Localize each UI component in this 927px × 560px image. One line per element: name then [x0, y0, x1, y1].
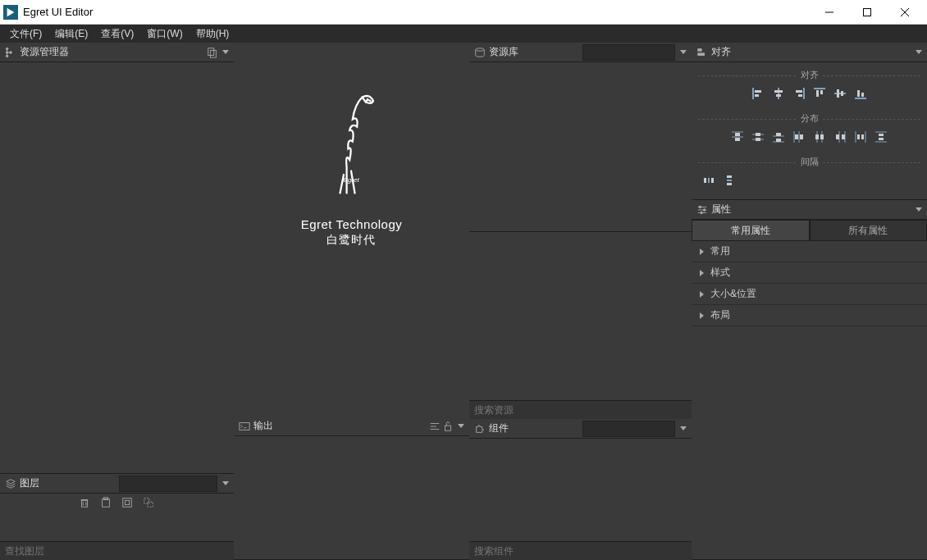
- distribute-label: 分布: [698, 112, 920, 125]
- prop-group-layout[interactable]: 布局: [692, 305, 927, 326]
- menu-window[interactable]: 窗口(W): [140, 25, 189, 43]
- main-area: 资源管理器 图层: [0, 43, 927, 560]
- svg-rect-10: [208, 48, 214, 55]
- properties-panel: 属性 常用属性 所有属性 常用 样式 大小&位置 布局: [692, 200, 927, 560]
- align-top-icon[interactable]: [812, 86, 827, 101]
- layers-toolbar: [0, 494, 234, 513]
- library-body-bottom: [469, 232, 692, 402]
- menu-view[interactable]: 查看(V): [94, 25, 140, 43]
- distribute-vcenter-icon[interactable]: [751, 130, 765, 144]
- layers-panel: 图层: [0, 474, 234, 560]
- window-controls: [811, 0, 924, 25]
- svg-rect-64: [800, 134, 803, 139]
- tab-common-props[interactable]: 常用属性: [692, 220, 810, 241]
- layers-panel-header[interactable]: 图层: [0, 474, 234, 494]
- delete-icon[interactable]: [79, 497, 92, 510]
- components-panel-header[interactable]: 组件: [469, 419, 692, 439]
- dropdown-icon[interactable]: [222, 481, 229, 485]
- canvas-area[interactable]: Egret Egret Technology 白鹭时代: [234, 43, 469, 417]
- distribute-h-icon[interactable]: [853, 130, 868, 144]
- clipboard-icon[interactable]: [100, 497, 113, 510]
- distribute-top-icon[interactable]: [730, 130, 745, 144]
- layers-body: [0, 513, 234, 542]
- svg-rect-59: [776, 133, 781, 136]
- dropdown-icon[interactable]: [222, 50, 229, 54]
- svg-rect-67: [815, 134, 819, 139]
- components-search-input[interactable]: [469, 542, 692, 560]
- svg-point-28: [476, 48, 485, 51]
- menu-edit[interactable]: 编辑(E): [48, 25, 94, 43]
- distribute-right-icon[interactable]: [833, 130, 847, 144]
- svg-rect-33: [755, 94, 759, 97]
- align-center-h-icon[interactable]: [771, 86, 786, 101]
- distribute-v-icon[interactable]: [874, 130, 888, 144]
- svg-rect-83: [711, 178, 714, 183]
- app-title: Egret UI Editor: [23, 6, 811, 18]
- distribute-bottom-icon[interactable]: [771, 130, 786, 144]
- layers-dropdown[interactable]: [119, 476, 218, 492]
- svg-rect-11: [210, 50, 216, 57]
- prop-group-style[interactable]: 样式: [692, 262, 927, 284]
- lock-icon[interactable]: [441, 420, 454, 433]
- maximize-button[interactable]: [848, 0, 886, 25]
- align-panel: 对齐 对齐 分布: [692, 43, 927, 200]
- svg-rect-51: [735, 133, 740, 136]
- explorer-panel-header[interactable]: 资源管理器: [0, 43, 234, 62]
- align-right-icon[interactable]: [792, 86, 806, 101]
- align-left-icon[interactable]: [751, 86, 765, 101]
- prop-group-label: 布局: [710, 308, 730, 322]
- align-bottom-icon[interactable]: [853, 86, 868, 101]
- clear-icon[interactable]: [428, 420, 441, 433]
- resource-search-input[interactable]: [469, 401, 692, 419]
- group-icon[interactable]: [121, 497, 135, 510]
- menu-file[interactable]: 文件(F): [3, 25, 48, 43]
- properties-panel-header[interactable]: 属性: [692, 200, 927, 220]
- dropdown-icon[interactable]: [458, 424, 464, 428]
- center-column: Egret Egret Technology 白鹭时代 输出: [234, 43, 469, 560]
- svg-rect-71: [836, 134, 839, 139]
- menubar: 文件(F) 编辑(E) 查看(V) 窗口(W) 帮助(H): [0, 25, 927, 43]
- svg-rect-76: [861, 134, 864, 139]
- dropdown-icon[interactable]: [916, 207, 922, 212]
- logo-text-cn: 白鹭时代: [301, 233, 403, 248]
- menu-help[interactable]: 帮助(H): [190, 25, 236, 43]
- dropdown-icon[interactable]: [680, 50, 687, 54]
- chevron-right-icon: [700, 270, 704, 276]
- spacing-h-icon[interactable]: [701, 173, 716, 188]
- dropdown-icon[interactable]: [680, 426, 687, 430]
- tab-all-props[interactable]: 所有属性: [810, 220, 928, 241]
- components-title: 组件: [489, 421, 581, 435]
- chevron-right-icon: [700, 291, 704, 298]
- align-group-distribute: 分布: [692, 107, 927, 151]
- chevron-right-icon: [700, 312, 704, 319]
- svg-rect-41: [816, 90, 819, 97]
- output-panel-header[interactable]: 输出: [234, 417, 469, 436]
- svg-rect-36: [776, 94, 781, 97]
- components-dropdown[interactable]: [582, 421, 676, 437]
- copy-icon[interactable]: [206, 46, 219, 59]
- minimize-button[interactable]: [811, 0, 848, 25]
- prop-group-common[interactable]: 常用: [692, 241, 927, 262]
- layers-search-input[interactable]: [0, 542, 234, 560]
- library-body-top: [469, 62, 692, 232]
- ungroup-icon[interactable]: [143, 497, 156, 510]
- svg-rect-1: [864, 8, 871, 16]
- svg-point-92: [701, 212, 703, 214]
- distribute-hcenter-icon[interactable]: [812, 130, 827, 144]
- svg-rect-23: [240, 422, 249, 430]
- spacing-label: 间隔: [698, 156, 920, 168]
- logo-text-en: Egret Technology: [301, 217, 403, 231]
- close-button[interactable]: [886, 0, 924, 25]
- align-panel-header[interactable]: 对齐: [692, 43, 927, 62]
- prop-group-size[interactable]: 大小&位置: [692, 284, 927, 305]
- spacing-v-icon[interactable]: [722, 173, 737, 188]
- components-panel: 组件: [469, 419, 692, 560]
- app-icon: [3, 5, 18, 20]
- align-center-v-icon[interactable]: [833, 86, 847, 101]
- library-panel-header[interactable]: 资源库: [469, 43, 692, 62]
- svg-rect-16: [102, 499, 109, 508]
- library-dropdown[interactable]: [582, 44, 676, 61]
- distribute-left-icon[interactable]: [792, 130, 806, 144]
- align-title: 对齐: [711, 45, 912, 59]
- dropdown-icon[interactable]: [916, 50, 922, 54]
